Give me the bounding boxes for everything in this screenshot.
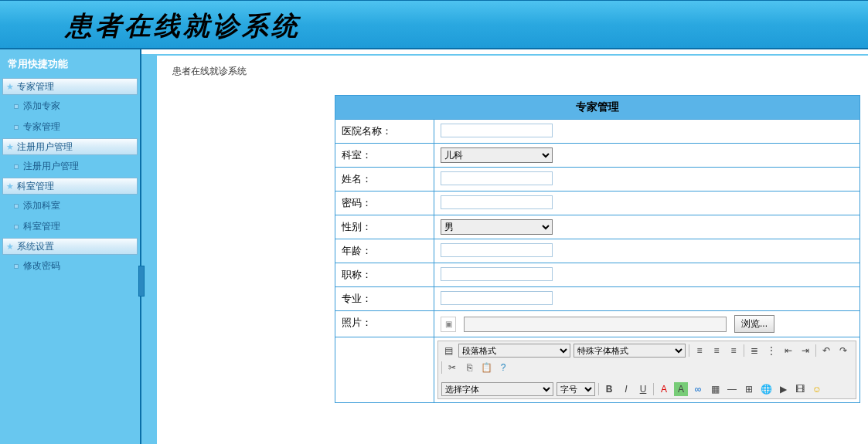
media-icon[interactable]: ▶ xyxy=(776,382,790,396)
align-right-icon[interactable]: ≡ xyxy=(727,344,740,358)
label-major: 专业： xyxy=(335,287,434,310)
image-placeholder-icon: ▣ xyxy=(441,317,456,332)
paste-icon[interactable]: 📋 xyxy=(479,361,493,375)
hr-icon[interactable]: — xyxy=(725,382,739,396)
text-color-icon[interactable]: A xyxy=(657,382,671,396)
help-icon[interactable]: ? xyxy=(496,361,510,375)
bullet-icon xyxy=(14,125,19,130)
browse-button[interactable]: 浏览... xyxy=(734,315,774,333)
label-jobtitle: 职称： xyxy=(335,263,434,286)
underline-icon[interactable]: U xyxy=(636,382,650,396)
cut-icon[interactable]: ✂ xyxy=(445,361,459,375)
source-icon[interactable]: ▤ xyxy=(441,344,455,358)
label-photo: 照片： xyxy=(335,311,434,337)
sidebar-item-manage-users[interactable]: 注册用户管理 xyxy=(0,156,140,177)
sidebar-group-users[interactable]: ★ 注册用户管理 xyxy=(2,138,138,155)
label-password: 密码： xyxy=(335,191,434,215)
label-department: 科室： xyxy=(335,144,434,167)
align-center-icon[interactable]: ≡ xyxy=(710,344,723,358)
jobtitle-input[interactable] xyxy=(441,267,553,281)
file-path-display xyxy=(464,317,727,332)
list-ordered-icon[interactable]: ≣ xyxy=(747,344,761,358)
sidebar-item-add-expert[interactable]: 添加专家 xyxy=(0,96,140,117)
font-family-select[interactable]: 选择字体 xyxy=(441,382,553,396)
indent-icon[interactable]: ⇥ xyxy=(798,344,812,358)
italic-icon[interactable]: I xyxy=(619,382,633,396)
copy-icon[interactable]: ⎘ xyxy=(462,361,476,375)
film-icon[interactable]: 🎞 xyxy=(793,382,807,396)
sidebar-collapse-handle[interactable] xyxy=(138,266,145,297)
major-input[interactable] xyxy=(441,291,553,305)
panel-title: 专家管理 xyxy=(335,96,859,120)
main-content: 患者在线就诊系统 专家管理 医院名称： 科室： 儿科 姓名： 密码： 性别： xyxy=(157,56,868,444)
label-hospital: 医院名称： xyxy=(335,120,434,143)
sidebar: 常用快捷功能 ★ 专家管理 添加专家 专家管理 ★ 注册用户管理 注册用户管理 … xyxy=(0,49,141,444)
sidebar-heading: 常用快捷功能 xyxy=(0,49,140,77)
undo-icon[interactable]: ↶ xyxy=(819,344,833,358)
outdent-icon[interactable]: ⇤ xyxy=(781,344,795,358)
label-age: 年龄： xyxy=(335,239,434,263)
table-icon[interactable]: ⊞ xyxy=(742,382,756,396)
sidebar-group-expert[interactable]: ★ 专家管理 xyxy=(2,78,138,95)
label-name: 姓名： xyxy=(335,168,434,191)
paragraph-format-select[interactable]: 段落格式 xyxy=(458,344,570,358)
sidebar-group-settings[interactable]: ★ 系统设置 xyxy=(2,238,138,255)
star-icon: ★ xyxy=(6,178,14,195)
bullet-icon xyxy=(14,225,19,229)
sidebar-item-change-password[interactable]: 修改密码 xyxy=(0,256,140,276)
department-select[interactable]: 儿科 xyxy=(441,147,553,163)
bullet-icon xyxy=(14,204,19,208)
gender-select[interactable]: 男 xyxy=(441,219,553,235)
image-icon[interactable]: ▦ xyxy=(708,382,722,396)
label-editor xyxy=(335,337,434,402)
name-input[interactable] xyxy=(441,171,553,185)
richtext-toolbar: ▤ 段落格式 特殊字体格式 ≡ ≡ ≡ ≣ ⋮ ⇤ ⇥ ↶ xyxy=(437,341,856,399)
star-icon: ★ xyxy=(6,138,14,155)
bullet-icon xyxy=(14,264,19,269)
redo-icon[interactable]: ↷ xyxy=(836,344,850,358)
bullet-icon xyxy=(14,104,19,109)
sidebar-item-manage-expert[interactable]: 专家管理 xyxy=(0,117,140,137)
link-icon[interactable]: ∞ xyxy=(691,382,705,396)
breadcrumb: 患者在线就诊系统 xyxy=(157,56,868,87)
align-left-icon[interactable]: ≡ xyxy=(693,344,706,358)
label-gender: 性别： xyxy=(335,215,434,239)
bullet-icon xyxy=(14,164,19,169)
sidebar-item-manage-department[interactable]: 科室管理 xyxy=(0,216,140,237)
hospital-input[interactable] xyxy=(441,124,553,137)
sidebar-item-add-department[interactable]: 添加科室 xyxy=(0,195,140,216)
age-input[interactable] xyxy=(441,243,553,257)
font-size-select[interactable]: 字号 xyxy=(557,382,595,396)
app-header: 患者在线就诊系统 xyxy=(0,0,868,49)
star-icon: ★ xyxy=(6,238,14,255)
font-style-select[interactable]: 特殊字体格式 xyxy=(574,344,686,358)
emoji-icon[interactable]: ☺ xyxy=(810,382,824,396)
bold-icon[interactable]: B xyxy=(602,382,616,396)
password-input[interactable] xyxy=(441,195,553,209)
web-icon[interactable]: 🌐 xyxy=(759,382,773,396)
expert-form-panel: 专家管理 医院名称： 科室： 儿科 姓名： 密码： 性别： 男 xyxy=(335,95,860,403)
star-icon: ★ xyxy=(6,78,14,95)
list-unordered-icon[interactable]: ⋮ xyxy=(764,344,778,358)
sidebar-group-department[interactable]: ★ 科室管理 xyxy=(2,178,138,195)
bg-color-icon[interactable]: A xyxy=(674,382,688,396)
app-title: 患者在线就诊系统 xyxy=(66,8,301,44)
